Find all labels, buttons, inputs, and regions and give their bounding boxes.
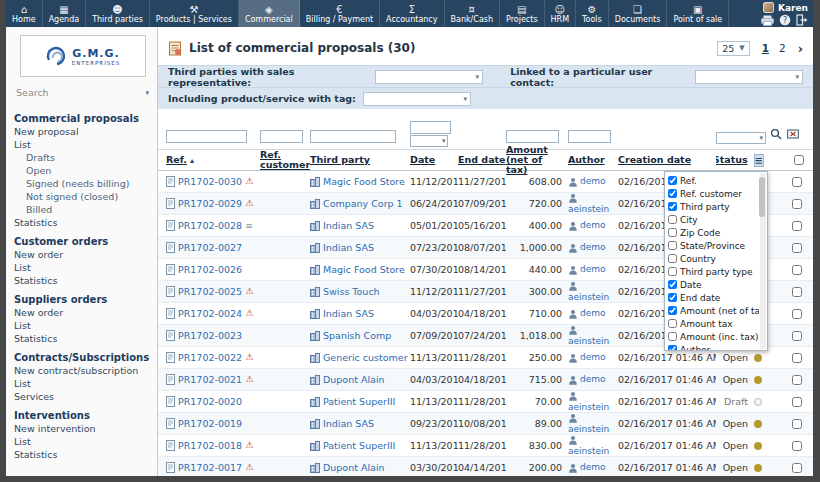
sidebar-item-services[interactable]: Services [14,390,151,403]
third-party-link[interactable]: Magic Food Store [323,176,405,187]
col-header-status[interactable]: Status≡ [716,154,768,167]
page-link-2[interactable]: 2 [779,42,786,54]
column-option-checkbox[interactable] [668,176,677,185]
author-filter-input[interactable] [568,130,611,143]
column-option-amount-inc-tax[interactable]: Amount (inc. tax) [668,330,759,343]
select-all-checkbox[interactable] [794,155,804,165]
column-option-end-date[interactable]: End date [668,291,759,304]
column-option-date[interactable]: Date [668,278,759,291]
column-option-author[interactable]: Author [668,343,759,351]
sidebar-item-list[interactable]: List [14,435,151,448]
nav-tab-accountancy[interactable]: ΣAccountancy [380,0,444,27]
third-party-link[interactable]: Generic customer [323,352,408,363]
row-checkbox[interactable] [792,463,802,473]
nav-tab-agenda[interactable]: ▦Agenda [43,0,87,27]
row-checkbox[interactable] [792,287,802,297]
print-icon[interactable] [761,15,774,26]
column-option-third-party-type[interactable]: Third party type [668,265,759,278]
sidebar-item-statistics[interactable]: Statistics [14,274,151,287]
author-link[interactable]: demo [580,243,606,252]
nav-tab-bank-cash[interactable]: ¤Bank/Cash [445,0,501,27]
proposal-ref-link[interactable]: PR1702-0030 [178,176,242,187]
row-checkbox[interactable] [792,397,802,407]
date-month-select[interactable]: ▾ [410,135,448,147]
author-link[interactable]: aeinstein [568,337,609,346]
nav-tab-home[interactable]: ⌂Home [6,0,43,27]
dropdown-scrollbar[interactable] [760,173,766,349]
sidebar-item-statistics[interactable]: Statistics [14,448,151,461]
nav-tab-documents[interactable]: ❏Documents [609,0,668,27]
third-party-link[interactable]: Patient SuperIII [323,440,395,451]
column-option-checkbox[interactable] [668,345,677,351]
author-link[interactable]: aeinstein [568,205,609,214]
third-party-link[interactable]: Indian SAS [323,308,374,319]
third-party-link[interactable]: Patient SuperIII [323,396,395,407]
next-page-button[interactable]: › [798,41,803,56]
date-filter-input[interactable] [410,121,451,134]
proposal-ref-link[interactable]: PR1702-0017 [178,462,242,473]
author-link[interactable]: demo [580,177,606,186]
sidebar-item-billed[interactable]: Billed [14,203,151,216]
row-checkbox[interactable] [792,441,802,451]
col-header-creation-date[interactable]: Creation date [618,155,716,165]
clear-filters-button[interactable] [787,128,799,140]
author-link[interactable]: demo [580,221,606,230]
column-option-checkbox[interactable] [668,267,677,276]
column-option-checkbox[interactable] [668,202,677,211]
row-checkbox[interactable] [792,199,802,209]
sidebar-item-new-order[interactable]: New order [14,306,151,319]
column-option-checkbox[interactable] [668,189,677,198]
column-option-checkbox[interactable] [668,280,677,289]
column-selector-icon[interactable]: ≡ [754,154,764,167]
sidebar-item-open[interactable]: Open [14,164,151,177]
column-option-amount-tax[interactable]: Amount tax [668,317,759,330]
third-party-link[interactable]: Swiss Touch [323,286,380,297]
logout-icon[interactable] [796,14,808,26]
third-party-link[interactable]: Dupont Alain [323,462,385,473]
sidebar-item-list[interactable]: List [14,138,151,151]
nav-tab-hrm[interactable]: ☺HRM [545,0,576,27]
third-party-link[interactable]: Indian SAS [323,242,374,253]
sidebar-item-list[interactable]: List [14,261,151,274]
author-link[interactable]: aeinstein [568,403,609,412]
col-header-ref[interactable]: Ref.▴ [166,155,260,165]
col-header-date[interactable]: Date [410,155,458,165]
proposal-ref-link[interactable]: PR1702-0018 [178,440,242,451]
col-header-ref-customer[interactable]: Ref. customer [260,150,310,170]
column-option-checkbox[interactable] [668,241,677,250]
dropdown-scroll-thumb[interactable] [759,177,765,217]
user-contact-select[interactable]: ▾ [695,70,803,84]
row-checkbox[interactable] [792,331,802,341]
author-link[interactable]: aeinstein [568,447,609,456]
column-option-ref[interactable]: Ref. [668,174,759,187]
nav-tab-billing-payment[interactable]: €Billing / Payment [300,0,380,27]
row-checkbox[interactable] [792,177,802,187]
row-checkbox[interactable] [792,375,802,385]
page-link-1[interactable]: 1 [762,42,769,54]
column-option-checkbox[interactable] [668,215,677,224]
col-header-end-date[interactable]: End date [458,155,506,165]
proposal-ref-link[interactable]: PR1702-0024 [178,308,242,319]
author-link[interactable]: demo [580,265,606,274]
third-party-link[interactable]: Indian SAS [323,418,374,429]
sidebar-item-drafts[interactable]: Drafts [14,151,151,164]
nav-tab-products-services[interactable]: ⚒Products | Services [150,0,239,27]
nav-tab-projects[interactable]: ▤Projects [500,0,545,27]
sidebar-item-signed-needs-billing[interactable]: Signed (needs billing) [14,177,151,190]
third-party-link[interactable]: Spanish Comp [323,330,391,341]
author-link[interactable]: aeinstein [568,293,609,302]
proposal-ref-link[interactable]: PR1702-0027 [178,242,242,253]
author-link[interactable]: demo [580,309,606,318]
column-option-third-party[interactable]: Third party [668,200,759,213]
row-checkbox[interactable] [792,221,802,231]
amount-filter-input[interactable] [506,130,559,143]
user-menu[interactable]: Karen [763,2,808,13]
sidebar-item-list[interactable]: List [14,319,151,332]
column-option-checkbox[interactable] [668,228,677,237]
col-header-third-party[interactable]: Third party [310,155,410,165]
author-link[interactable]: aeinstein [568,425,609,434]
sidebar-item-new-proposal[interactable]: New proposal [14,125,151,138]
third-party-filter-input[interactable] [310,130,396,143]
col-header-author[interactable]: Author [568,155,618,165]
row-checkbox[interactable] [792,419,802,429]
